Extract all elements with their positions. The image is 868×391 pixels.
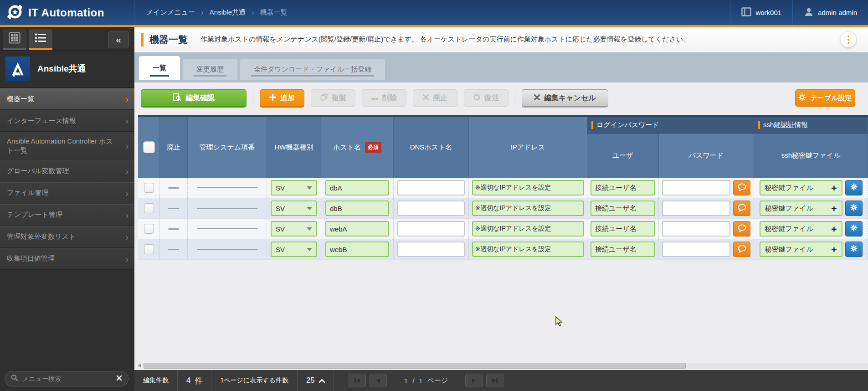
host-name-input[interactable] [325,242,389,257]
system-no-placeholder-line [197,249,257,250]
login-user-input[interactable] [591,201,655,216]
dns-host-input[interactable] [397,180,465,196]
scrollbar-track[interactable] [143,363,868,369]
delete-button: 削除 [362,89,406,107]
chevron-down-icon [307,248,312,251]
edit-cancel-button[interactable]: 編集キャンセル [522,89,608,107]
header-ip: IPアドレス [469,117,587,178]
ansible-logo [5,57,30,81]
scroll-left-arrow[interactable] [138,363,141,368]
ip-address-input[interactable] [472,180,584,196]
ssh-key-file-button[interactable]: 秘密鍵ファイル + [760,221,842,237]
plus-icon [269,94,276,103]
burst-icon [850,244,858,254]
sidebar-tab-menu-grid[interactable] [3,29,26,50]
dns-host-input[interactable] [397,201,465,216]
ip-address-input[interactable] [472,201,584,216]
row-checkbox[interactable] [144,183,154,193]
sidebar-item-interface-info[interactable]: インターフェース情報 › [0,110,134,132]
toolbar: 編集確認 追加 複製 削除 [134,82,868,113]
plus-icon: + [831,245,837,254]
select-all-checkbox[interactable] [143,141,155,153]
dns-host-input[interactable] [397,221,465,237]
prev-page-button[interactable] [370,374,387,387]
tab-bar: 一覧 変更履歴 全件ダウンロード・ファイル一括登録 [134,52,868,82]
last-page-button[interactable] [486,374,503,387]
tab-change-history[interactable]: 変更履歴 [183,59,237,80]
review-document-icon [173,93,181,103]
dns-host-input[interactable] [397,242,465,257]
tab-download-bulk-register[interactable]: 全件ダウンロード・ファイル一括登録 [240,59,385,80]
ssh-key-file-button[interactable]: 秘密鍵ファイル + [760,201,842,216]
ssh-key-file-button[interactable]: 秘密鍵ファイル + [760,242,842,257]
next-page-button[interactable] [465,374,483,387]
pagination: 1 / 1 ページ [349,370,504,391]
add-button[interactable]: 追加 [260,89,304,107]
sidebar-item-collected-values[interactable]: 収集項目値管理 › [0,248,134,270]
clear-search-icon[interactable] [116,375,122,383]
password-comment-button[interactable] [733,221,750,237]
edit-confirm-button[interactable]: 編集確認 [141,89,247,107]
row-menu-button[interactable] [845,201,863,216]
system-no-placeholder-line [197,228,257,229]
password-comment-button[interactable] [733,180,750,196]
tab-list[interactable]: 一覧 [139,56,180,80]
row-menu-button[interactable] [845,180,863,196]
first-page-button[interactable] [349,374,366,387]
menu-search-input[interactable] [22,375,112,382]
row-checkbox[interactable] [144,203,154,213]
login-user-input[interactable] [591,180,655,196]
discard-dash [168,208,179,209]
host-name-input[interactable] [325,180,389,196]
host-name-input[interactable] [325,201,389,216]
hw-type-select[interactable]: SV [271,201,317,216]
password-comment-button[interactable] [733,201,750,216]
sidebar-item-file-management[interactable]: ファイル管理 › [0,182,134,204]
breadcrumb-device-list: 機器一覧 [260,8,288,17]
page-menu-button[interactable] [841,32,856,47]
password-input[interactable] [662,201,730,216]
login-user-input[interactable] [591,221,655,237]
password-input[interactable] [662,180,730,196]
chevron-up-icon [319,377,325,384]
speech-balloon-icon [738,183,746,193]
sidebar-tab-menu-list[interactable] [29,29,52,50]
breadcrumb-main-menu[interactable]: メインメニュー [146,8,195,17]
password-comment-button[interactable] [733,242,750,257]
burst-icon [850,203,858,213]
hw-type-select[interactable]: SV [271,221,317,237]
password-input[interactable] [662,221,730,237]
sidebar-item-global-variables[interactable]: グローバル変数管理 › [0,160,134,182]
hw-type-select[interactable]: SV [271,180,317,196]
sidebar-item-template-management[interactable]: テンプレート管理 › [0,204,134,226]
row-menu-button[interactable] [845,242,863,257]
per-page-select[interactable]: 25 [298,370,334,391]
ip-address-input[interactable] [472,242,584,257]
plus-icon: + [831,224,837,234]
required-badge: 必須 [365,142,381,153]
user-menu[interactable]: admin admin [792,0,868,25]
breadcrumb-ansible-common[interactable]: Ansible共通 [210,8,246,17]
row-menu-button[interactable] [845,221,863,237]
sidebar-collapse-button[interactable]: « [108,31,129,48]
chevron-right-icon: › [125,189,128,198]
host-name-input[interactable] [325,221,389,237]
row-checkbox[interactable] [144,224,154,234]
row-checkbox[interactable] [144,244,154,254]
ssh-key-file-button[interactable]: 秘密鍵ファイル + [760,180,842,196]
scrollbar-thumb[interactable] [144,363,686,369]
sidebar-item-device-list[interactable]: 機器一覧 › [0,88,134,110]
header-host: ホスト名 必須 [321,117,394,178]
hw-type-select[interactable]: SV [271,242,317,257]
sidebar-item-unmanaged-variables[interactable]: 管理対象外変数リスト › [0,226,134,248]
ip-address-input[interactable] [472,221,584,237]
password-input[interactable] [662,242,730,257]
table-row: SV 秘密鍵ファイル + [138,198,868,219]
workspace-switcher[interactable]: work001 [730,0,792,25]
edit-count-label: 編集件数 [134,370,178,391]
sidebar-item-aac-host-list[interactable]: Ansible Automation Controller ホスト一覧 › [0,132,134,160]
chevron-right-icon: › [125,116,128,125]
login-user-input[interactable] [591,242,655,257]
table-settings-button[interactable]: テーブル設定 [795,89,855,107]
app-header: IT Automation メインメニュー › Ansible共通 › 機器一覧… [0,0,868,27]
